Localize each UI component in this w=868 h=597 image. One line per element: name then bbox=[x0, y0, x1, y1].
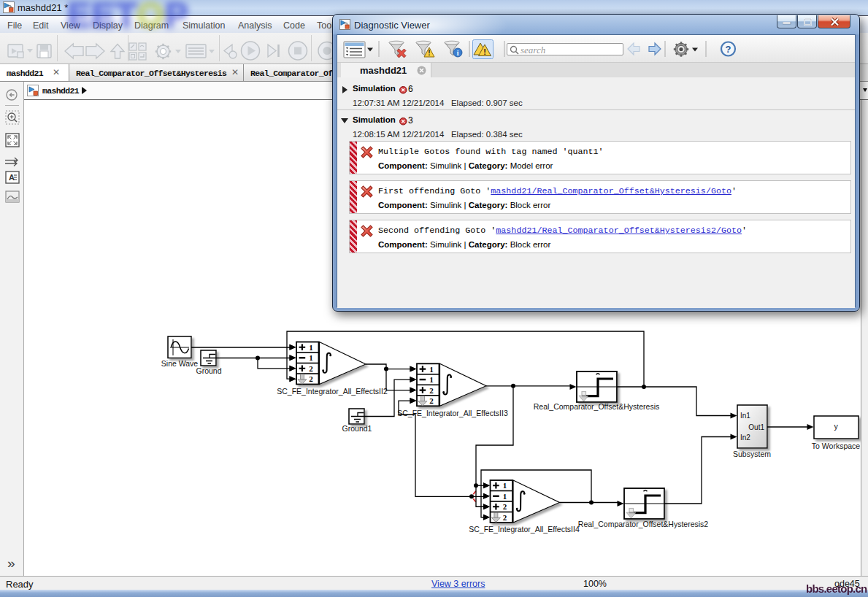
svg-text:i: i bbox=[457, 50, 459, 57]
svg-text:2: 2 bbox=[309, 374, 313, 383]
svg-text:In1: In1 bbox=[740, 412, 750, 420]
svg-text:Subsystem: Subsystem bbox=[733, 450, 771, 458]
svg-text:2: 2 bbox=[503, 513, 507, 522]
svg-text:2: 2 bbox=[429, 386, 434, 395]
svg-text:2: 2 bbox=[503, 502, 507, 511]
svg-text:Ground: Ground bbox=[196, 366, 221, 375]
svg-text:!: ! bbox=[483, 47, 486, 56]
svg-text:1: 1 bbox=[503, 492, 507, 501]
svg-text:2: 2 bbox=[309, 364, 313, 373]
svg-text:!: ! bbox=[428, 49, 430, 57]
svg-text:SC_FE_Integrator_All_EffectsII: SC_FE_Integrator_All_EffectsII4 bbox=[469, 525, 580, 534]
svg-text:In2: In2 bbox=[740, 434, 750, 442]
svg-text:Ground1: Ground1 bbox=[342, 424, 372, 433]
svg-text:2: 2 bbox=[429, 396, 434, 405]
svg-text:SC_FE_Integrator_All_EffectsII: SC_FE_Integrator_All_EffectsII2 bbox=[277, 387, 388, 396]
svg-text:1: 1 bbox=[429, 375, 434, 384]
svg-text:Real_Comparator_Offset&Hystere: Real_Comparator_Offset&Hysteresis2 bbox=[578, 520, 709, 528]
svg-text:?: ? bbox=[726, 44, 731, 55]
svg-text:SC_FE_Integrator_All_EffectsII: SC_FE_Integrator_All_EffectsII3 bbox=[397, 409, 508, 417]
svg-text:1: 1 bbox=[309, 343, 313, 352]
svg-text:To Workspace: To Workspace bbox=[812, 442, 860, 450]
svg-text:Sine Wave: Sine Wave bbox=[161, 359, 199, 368]
svg-text:1: 1 bbox=[503, 481, 507, 490]
svg-text:1: 1 bbox=[309, 353, 313, 362]
svg-text:Out1: Out1 bbox=[748, 423, 764, 431]
svg-text:Real_Comparator_Offset&Hystere: Real_Comparator_Offset&Hysteresis bbox=[534, 402, 660, 411]
svg-text:y: y bbox=[834, 422, 838, 431]
svg-text:1: 1 bbox=[429, 365, 434, 374]
